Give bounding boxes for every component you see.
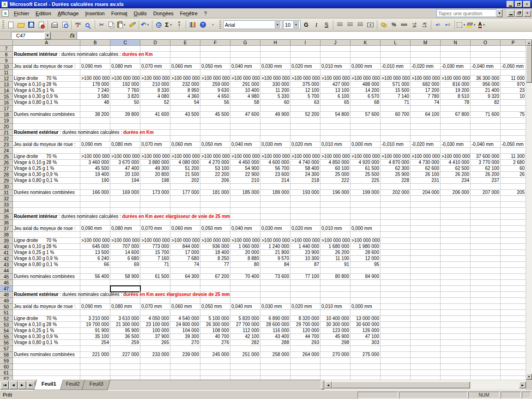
minimize-button[interactable] — [507, 1, 514, 7]
cell[interactable] — [290, 184, 320, 190]
cell[interactable] — [230, 130, 260, 136]
workbook-icon[interactable]: X — [2, 10, 9, 17]
cell[interactable] — [411, 106, 441, 112]
cell[interactable] — [471, 316, 501, 322]
cell[interactable] — [110, 298, 140, 304]
cell[interactable] — [381, 304, 411, 310]
row-header-17[interactable]: 17 — [0, 106, 13, 112]
cell[interactable]: Virage à 0,10 g28 % — [13, 244, 80, 250]
cell[interactable] — [170, 220, 200, 226]
cell[interactable] — [351, 214, 381, 220]
cell[interactable]: 42 100 — [230, 334, 260, 340]
cell[interactable] — [381, 136, 411, 142]
cell[interactable] — [110, 196, 140, 202]
cell[interactable] — [501, 274, 526, 280]
cell[interactable] — [411, 70, 441, 76]
cell[interactable] — [80, 220, 110, 226]
cell[interactable]: 1 240 000 — [260, 244, 290, 250]
cell[interactable]: Virage à 0,80 g0,1 % — [13, 340, 80, 346]
cell[interactable]: 27 700 000 — [230, 322, 260, 328]
cell[interactable]: 227 000 — [110, 352, 140, 358]
cell[interactable]: Jeu axial du moyeux de roue : — [13, 142, 80, 148]
cell[interactable] — [441, 346, 471, 352]
row-header-57[interactable]: 57 — [0, 346, 13, 352]
cell[interactable] — [13, 358, 80, 364]
cell[interactable] — [501, 286, 526, 292]
cell[interactable]: 20 800 — [140, 172, 170, 178]
cell[interactable] — [441, 304, 471, 310]
cell[interactable]: 17 200 — [411, 88, 441, 94]
cell[interactable]: 232 000 — [170, 82, 200, 88]
cell[interactable]: Virage à 0,30 g0,9 % — [13, 172, 80, 178]
cell[interactable] — [411, 340, 441, 346]
cell[interactable]: 58 — [230, 100, 260, 106]
cell[interactable] — [411, 346, 441, 352]
cell[interactable]: 20 000 — [230, 250, 260, 256]
cell[interactable]: 26 200 — [441, 172, 471, 178]
cell[interactable] — [441, 202, 471, 208]
cell[interactable] — [471, 130, 501, 136]
cell[interactable] — [13, 148, 80, 154]
chevron-down-icon[interactable]: ▾ — [482, 23, 486, 27]
cell[interactable]: 6 240 — [80, 256, 110, 262]
cell[interactable] — [140, 148, 170, 154]
row-header-39[interactable]: 39 — [0, 238, 13, 244]
cell[interactable] — [501, 250, 526, 256]
cell[interactable]: 0,050 mm — [200, 304, 230, 310]
menu-item-fentre[interactable]: Fenêtre — [177, 9, 201, 18]
cell[interactable] — [13, 124, 80, 130]
cell[interactable] — [140, 286, 170, 292]
cell[interactable]: 0,090 mm — [80, 226, 110, 232]
cell[interactable]: 40 700 — [200, 334, 230, 340]
cell[interactable]: 56 700 — [260, 166, 290, 172]
cell[interactable]: 39 300 — [170, 334, 200, 340]
cell[interactable]: 60 700 — [381, 112, 411, 118]
column-header-C[interactable]: C — [110, 40, 140, 46]
cell[interactable]: 22 200 — [200, 172, 230, 178]
cell[interactable]: 0,090 mm — [80, 142, 110, 148]
column-header-P[interactable]: P — [501, 40, 526, 46]
cell[interactable] — [110, 46, 140, 52]
cell[interactable]: 6 570 — [351, 94, 381, 100]
cell[interactable]: 207 000 — [471, 190, 501, 196]
cell[interactable]: 30 300 000 — [320, 322, 351, 328]
cell[interactable]: 210 000 — [140, 82, 170, 88]
cell[interactable]: 43 500 — [170, 112, 200, 118]
cell[interactable]: 275 000 — [351, 352, 381, 358]
cell[interactable]: 0,070 mm — [140, 142, 170, 148]
cell[interactable]: Ligne droite70 % — [13, 154, 80, 160]
cell[interactable] — [200, 232, 230, 238]
cell[interactable]: 7 680 — [170, 256, 200, 262]
cell[interactable]: 87 — [290, 262, 320, 268]
cell[interactable]: 0,040 mm — [230, 64, 260, 70]
cell[interactable] — [501, 208, 526, 214]
cell[interactable] — [140, 118, 170, 124]
cell[interactable] — [320, 214, 351, 220]
cell[interactable]: 4 870 000 — [381, 160, 411, 166]
cell[interactable] — [140, 106, 170, 112]
cell[interactable]: 1 060 000 — [230, 244, 260, 250]
cell[interactable]: >100 000 000 — [320, 238, 351, 244]
cell[interactable]: 22 900 — [230, 172, 260, 178]
cell[interactable]: 202 000 — [381, 190, 411, 196]
cell[interactable] — [170, 136, 200, 142]
cell[interactable]: 10 400 — [230, 88, 260, 94]
cell[interactable]: 64 300 — [170, 274, 200, 280]
cell[interactable] — [200, 70, 230, 76]
cell[interactable] — [471, 220, 501, 226]
cell[interactable] — [170, 364, 200, 370]
cell[interactable]: 2 680 — [501, 160, 526, 166]
cell[interactable]: 0,000 mm — [351, 142, 381, 148]
cell[interactable] — [441, 124, 471, 130]
cell[interactable] — [200, 106, 230, 112]
cell[interactable] — [80, 208, 110, 214]
cell[interactable]: 3 580 — [80, 94, 110, 100]
row-header-51[interactable]: 51 — [0, 310, 13, 316]
cell[interactable] — [80, 136, 110, 142]
cell[interactable]: 0,080 mm — [110, 64, 140, 70]
row-header-30[interactable]: 30 — [0, 184, 13, 190]
cell[interactable] — [170, 370, 200, 376]
cell[interactable] — [230, 124, 260, 130]
row-header-35[interactable]: 35 — [0, 214, 13, 220]
cell[interactable]: Virage à 0,25 g1 % — [13, 166, 80, 172]
